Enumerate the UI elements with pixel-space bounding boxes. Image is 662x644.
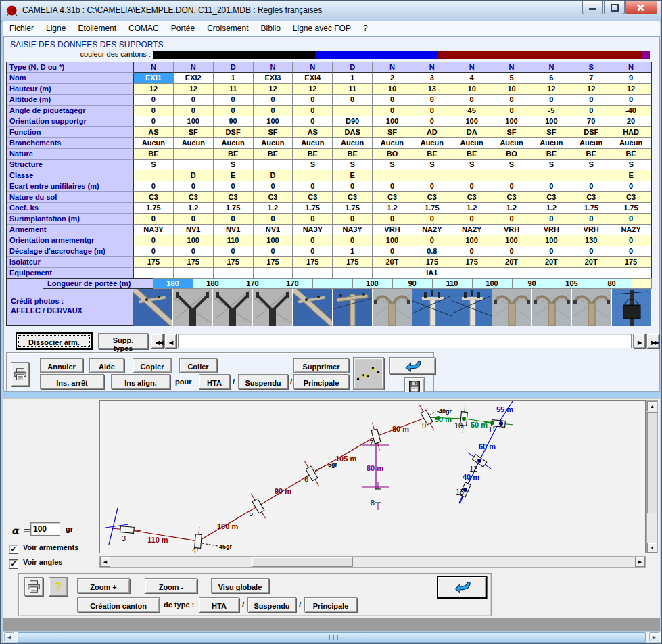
cell-branchements-5[interactable]: Aucun — [333, 138, 373, 149]
scroll-up-button[interactable]: ▲ — [647, 401, 657, 411]
menu-port-e[interactable]: Portée — [165, 24, 201, 33]
map-horizontal-scrollbar[interactable]: ◀ ▶ — [99, 556, 646, 568]
cell-branchements-6[interactable]: Aucun — [373, 138, 412, 149]
checkbox-box[interactable]: ✓ — [9, 545, 18, 554]
cell-coef-ks-2[interactable]: 1.75 — [214, 203, 254, 214]
cell-isolateur-8[interactable]: 175 — [452, 257, 492, 268]
cell-structure-3[interactable] — [254, 160, 293, 170]
cell-fonction-3[interactable]: SF — [254, 127, 293, 138]
menu-comac[interactable]: COMAC — [122, 24, 165, 33]
cell-hauteur-m-7[interactable]: 13 — [412, 84, 452, 95]
cell-nature-3[interactable]: BE — [254, 149, 293, 160]
cell-hauteur-m-3[interactable]: 12 — [254, 84, 293, 95]
support-photo-11[interactable] — [572, 289, 612, 326]
cell-nom-8[interactable]: 4 — [452, 73, 492, 84]
cell-orientation-armementgr-0[interactable]: 0 — [134, 235, 174, 246]
print-button[interactable] — [24, 577, 43, 596]
cell-orientation-armementgr-9[interactable]: 100 — [492, 235, 532, 246]
cell-nature-du-sol-8[interactable]: C3 — [452, 192, 492, 203]
cell-armement-0[interactable]: NA3Y — [134, 225, 174, 235]
cell-altitude-m-6[interactable]: 0 — [373, 95, 412, 106]
cell-surimplantation-m-9[interactable]: 0 — [492, 214, 532, 225]
cell-branchements-11[interactable]: Aucun — [571, 138, 611, 149]
cell-ecart-entre-unifilaires-m-6[interactable]: 0 — [373, 181, 412, 192]
cell-angle-de-piquetagegr-7[interactable]: 0 — [412, 106, 452, 116]
cell-nature-du-sol-9[interactable]: C3 — [492, 192, 532, 203]
cell-surimplantation-m-12[interactable]: 0 — [611, 214, 651, 225]
cell-orientation-supportgr-8[interactable]: 100 — [452, 116, 492, 127]
cell-nom-3[interactable]: EXI3 — [254, 73, 293, 84]
cell-orientation-supportgr-9[interactable]: 100 — [492, 116, 532, 127]
cell-d-calage-d-accrochage-m-5[interactable]: 1 — [333, 246, 373, 257]
scroll-next-button[interactable]: ▶ — [633, 334, 645, 348]
cell-fonction-11[interactable]: DSF — [571, 127, 611, 138]
cell-coef-ks-8[interactable]: 1.2 — [452, 203, 492, 214]
portee-cell-11[interactable]: 80 — [592, 278, 632, 289]
cell-orientation-supportgr-11[interactable]: 70 — [571, 116, 611, 127]
cell-nature-4[interactable]: BE — [293, 149, 333, 160]
cell-nature-0[interactable]: BE — [134, 149, 174, 160]
cell-structure-6[interactable]: S — [373, 160, 412, 170]
menu-ligne-avec-fop[interactable]: Ligne avec FOP — [287, 24, 357, 33]
cell-nature-2[interactable]: BE — [214, 149, 254, 160]
cell-orientation-supportgr-12[interactable]: 20 — [611, 116, 651, 127]
cell-altitude-m-12[interactable]: 0 — [611, 95, 651, 106]
cell-equipement-1[interactable] — [174, 268, 214, 279]
cell-coef-ks-6[interactable]: 1.2 — [373, 203, 412, 214]
coller-button[interactable]: Coller — [179, 358, 217, 373]
scroll-right-button[interactable]: ▶ — [649, 632, 659, 641]
cell-classe-9[interactable] — [492, 170, 532, 181]
cell-orientation-armementgr-12[interactable]: 0 — [611, 235, 651, 246]
checkbox-box[interactable]: ✓ — [9, 559, 18, 569]
aide-button[interactable]: Aide — [89, 358, 124, 373]
cell-type-n-d-ou-10[interactable]: N — [531, 62, 571, 73]
cell-nature-du-sol-10[interactable]: C3 — [531, 192, 571, 203]
cell-ecart-entre-unifilaires-m-3[interactable]: 0 — [254, 181, 293, 192]
cell-equipement-3[interactable] — [254, 268, 293, 279]
cell-orientation-supportgr-3[interactable]: 100 — [254, 116, 293, 127]
cell-angle-de-piquetagegr-5[interactable] — [333, 106, 373, 116]
cell-equipement-11[interactable] — [571, 268, 611, 279]
cell-type-n-d-ou-8[interactable]: N — [452, 62, 492, 73]
cell-coef-ks-7[interactable]: 1.75 — [412, 203, 452, 214]
cell-nom-5[interactable]: 1 — [333, 73, 373, 84]
scroll-prev-button[interactable]: ◀ — [164, 334, 176, 348]
cell-branchements-0[interactable]: Aucun — [134, 138, 174, 149]
portee-cell-1[interactable]: 180 — [193, 278, 233, 289]
scrollbar-thumb[interactable] — [18, 632, 646, 643]
support-photo-5[interactable] — [333, 289, 373, 326]
cell-branchements-8[interactable]: Aucun — [452, 138, 492, 149]
portee-cell-2[interactable]: 170 — [233, 278, 273, 289]
cell-d-calage-d-accrochage-m-4[interactable]: 0 — [293, 246, 333, 257]
cell-coef-ks-10[interactable]: 1.2 — [531, 203, 571, 214]
cell-armement-8[interactable]: NA2Y — [452, 225, 492, 235]
cell-nature-du-sol-7[interactable]: C3 — [412, 192, 452, 203]
cell-surimplantation-m-7[interactable]: 0 — [412, 214, 452, 225]
cell-equipement-0[interactable] — [134, 268, 174, 279]
cell-angle-de-piquetagegr-1[interactable]: 0 — [174, 106, 214, 116]
cell-nature-12[interactable]: BE — [611, 149, 651, 160]
cell-d-calage-d-accrochage-m-8[interactable]: 0 — [452, 246, 492, 257]
cell-nom-12[interactable]: 9 — [611, 73, 651, 84]
cell-nom-4[interactable]: EXI4 — [293, 73, 333, 84]
cell-orientation-armementgr-1[interactable]: 100 — [174, 235, 214, 246]
cell-armement-7[interactable]: NA2Y — [412, 225, 452, 235]
cell-branchements-9[interactable]: Aucun — [492, 138, 532, 149]
cell-hauteur-m-10[interactable]: 12 — [531, 84, 571, 95]
cell-branchements-12[interactable]: Aucun — [611, 138, 651, 149]
cell-nom-0[interactable]: EXI1 — [134, 73, 174, 84]
cell-nature-du-sol-3[interactable]: C3 — [254, 192, 293, 203]
cell-structure-0[interactable]: S — [134, 160, 174, 170]
cell-altitude-m-8[interactable]: 0 — [452, 95, 492, 106]
cell-type-n-d-ou-4[interactable]: N — [293, 62, 333, 73]
cell-altitude-m-1[interactable]: 0 — [174, 95, 214, 106]
cell-nature-6[interactable]: BO — [373, 149, 412, 160]
cell-branchements-2[interactable]: Aucun — [214, 138, 254, 149]
creation-canton-button[interactable]: Création canton — [77, 597, 160, 612]
cell-armement-1[interactable]: NV1 — [174, 225, 214, 235]
cell-orientation-armementgr-11[interactable]: 130 — [571, 235, 611, 246]
cell-surimplantation-m-6[interactable]: 0 — [373, 214, 412, 225]
cell-d-calage-d-accrochage-m-1[interactable]: 0 — [174, 246, 214, 257]
cell-angle-de-piquetagegr-6[interactable]: 0 — [373, 106, 412, 116]
cell-nom-11[interactable]: 7 — [571, 73, 611, 84]
